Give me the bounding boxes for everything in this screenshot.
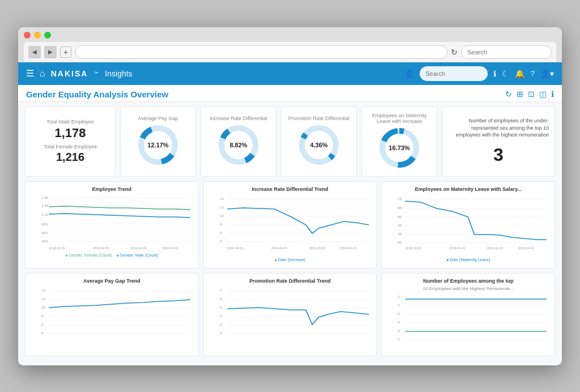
app-container: ☰ ⌂ NAKISA ™ Insights 👤 ℹ ☾ 🔔 ? 👤▾ Gende… — [18, 62, 562, 365]
refresh-icon[interactable]: ↻ — [505, 90, 512, 99]
svg-text:900: 900 — [41, 222, 48, 226]
pay-gap-trend-chart: 14 12 10 8 6 4 — [30, 286, 194, 343]
avg-pay-gap-card: Average Pay Gap 12.17% — [120, 106, 196, 177]
svg-text:8: 8 — [41, 314, 44, 318]
user-icon[interactable]: 👤 — [404, 69, 414, 78]
minimize-button[interactable] — [34, 32, 41, 39]
avg-pay-gap-value: 12.17% — [147, 142, 168, 148]
maternity-trend-chart: 70 60 50 40 30 20 2018-1 — [386, 194, 550, 251]
page-info-icon[interactable]: ℹ — [551, 90, 554, 99]
filter1-icon[interactable]: ⊞ — [517, 90, 523, 99]
svg-text:12: 12 — [41, 297, 46, 301]
promotion-trend-chart: 7 6 5 4 3 2 — [208, 286, 372, 343]
page-header: Gender Equality Analysis Overview ↻ ⊞ ⊡ … — [18, 85, 562, 102]
svg-text:10: 10 — [41, 305, 46, 309]
svg-text:600: 600 — [41, 231, 48, 235]
svg-text:2020-04-01: 2020-04-01 — [162, 246, 178, 250]
promotion-trend-card: Promotion Rate Differential Trend 7 6 5 … — [203, 273, 377, 356]
forward-button[interactable]: ▶ — [44, 46, 57, 58]
total-employees-card: Total Male Employee 1,178 Total Female E… — [25, 106, 116, 177]
browser-search-input[interactable] — [461, 45, 552, 59]
svg-text:7: 7 — [398, 295, 400, 299]
svg-text:14: 14 — [220, 197, 224, 201]
moon-icon[interactable]: ☾ — [502, 69, 509, 78]
chart-row-1: Employee Trend 1.8k 1.5k 1.2k 900 600 30… — [25, 181, 555, 269]
hamburger-icon[interactable]: ☰ — [26, 68, 34, 79]
header-search-input[interactable] — [420, 66, 488, 81]
maternity-trend-title: Employees on Maternity Leave with Salary… — [386, 186, 550, 192]
svg-text:4: 4 — [398, 320, 400, 324]
svg-text:30: 30 — [398, 232, 402, 236]
svg-text:20: 20 — [398, 240, 402, 244]
avg-pay-gap-donut: 12.17% — [135, 122, 181, 168]
browser-chrome: ◀ ▶ + ↻ — [18, 27, 562, 62]
header-left: ☰ ⌂ NAKISA ™ Insights — [26, 68, 404, 79]
page-title: Gender Equality Analysis Overview — [26, 90, 168, 99]
increase-rate-label: Increase Rate Differential — [210, 116, 267, 121]
svg-text:1.8k: 1.8k — [41, 195, 49, 199]
home-icon[interactable]: ⌂ — [40, 69, 45, 79]
new-tab-button[interactable]: + — [60, 46, 71, 58]
increase-rate-trend-card: Increase Rate Differential Trend 14 12 1… — [203, 181, 377, 269]
svg-text:10: 10 — [220, 214, 224, 218]
reload-button[interactable]: ↻ — [451, 48, 458, 57]
svg-text:2: 2 — [398, 337, 400, 341]
svg-text:2018-10-01: 2018-10-01 — [406, 246, 421, 250]
maternity-card: Employees on Maternity Leave with Increa… — [361, 106, 437, 177]
brand-tm: ™ — [93, 71, 98, 76]
employee-trend-title: Employee Trend — [30, 186, 194, 192]
svg-text:2019-10-01: 2019-10-01 — [309, 246, 325, 250]
svg-text:7: 7 — [220, 288, 222, 292]
increase-rate-value: 8.82% — [229, 142, 247, 148]
kpi-row: Total Male Employee 1,178 Total Female E… — [25, 106, 555, 177]
brand-subtitle: Insights — [105, 69, 132, 78]
svg-text:2019-04-01: 2019-04-01 — [449, 246, 465, 250]
total-male-value: 1,178 — [54, 126, 86, 140]
page-actions: ↻ ⊞ ⊡ ◫ ℹ — [505, 90, 554, 99]
svg-text:60: 60 — [398, 206, 402, 210]
avg-pay-gap-label: Average Pay Gap — [138, 116, 178, 121]
account-icon[interactable]: 👤▾ — [540, 69, 554, 78]
svg-text:2018-10-01: 2018-10-01 — [227, 246, 243, 250]
svg-text:2: 2 — [220, 331, 222, 335]
app-header: ☰ ⌂ NAKISA ™ Insights 👤 ℹ ☾ 🔔 ? 👤▾ — [18, 62, 562, 85]
back-button[interactable]: ◀ — [28, 46, 41, 58]
address-bar[interactable] — [75, 45, 447, 59]
top10-trend-title: Number of Employees among the top — [386, 278, 550, 284]
top10-trend-subtitle: 10 Employees with the Highest Remunerati… — [386, 286, 550, 291]
maternity-value: 16.73% — [389, 144, 410, 151]
top10-trend-chart: 7 6 5 4 3 2 — [386, 292, 550, 349]
svg-text:4: 4 — [220, 314, 222, 318]
brand-name: NAKISA — [51, 69, 88, 78]
browser-window: ◀ ▶ + ↻ ☰ ⌂ NAKISA ™ Insights 👤 ℹ ☾ 🔔 — [18, 27, 562, 365]
svg-text:3: 3 — [220, 322, 222, 326]
svg-text:3: 3 — [398, 329, 400, 333]
svg-text:2018-10-01: 2018-10-01 — [49, 246, 65, 250]
traffic-lights — [24, 32, 556, 39]
bell-icon[interactable]: 🔔 — [515, 69, 524, 78]
maximize-button[interactable] — [44, 32, 51, 39]
increase-rate-trend-chart: 14 12 10 8 6 4 2018-10-0 — [208, 194, 372, 251]
header-right: 👤 ℹ ☾ 🔔 ? 👤▾ — [404, 66, 554, 81]
total-male-label: Total Male Employee — [46, 119, 94, 125]
increase-rate-card: Increase Rate Differential 8.82% — [201, 106, 276, 177]
maternity-donut: 16.73% — [377, 125, 422, 171]
chart-row-2: Average Pay Gap Trend 14 12 10 8 6 4 — [25, 273, 555, 356]
top10-value: 3 — [493, 144, 504, 165]
close-button[interactable] — [24, 32, 31, 39]
svg-text:40: 40 — [398, 223, 402, 227]
help-icon[interactable]: ? — [530, 69, 535, 78]
filter3-icon[interactable]: ◫ — [539, 90, 547, 99]
svg-text:2019-10-01: 2019-10-01 — [487, 246, 503, 250]
svg-text:12: 12 — [220, 205, 224, 209]
info-icon[interactable]: ℹ — [493, 69, 496, 78]
svg-text:2019-04-01: 2019-04-01 — [93, 246, 109, 250]
svg-text:8: 8 — [220, 222, 222, 226]
employee-trend-card: Employee Trend 1.8k 1.5k 1.2k 900 600 30… — [25, 181, 199, 269]
filter2-icon[interactable]: ⊡ — [528, 90, 535, 99]
svg-text:2020-04-01: 2020-04-01 — [518, 246, 534, 250]
employee-trend-chart: 1.8k 1.5k 1.2k 900 600 300 — [30, 194, 194, 251]
promotion-trend-title: Promotion Rate Differential Trend — [208, 278, 372, 284]
svg-text:2019-10-01: 2019-10-01 — [131, 246, 147, 250]
total-female-label: Total Female Employee — [44, 144, 97, 150]
